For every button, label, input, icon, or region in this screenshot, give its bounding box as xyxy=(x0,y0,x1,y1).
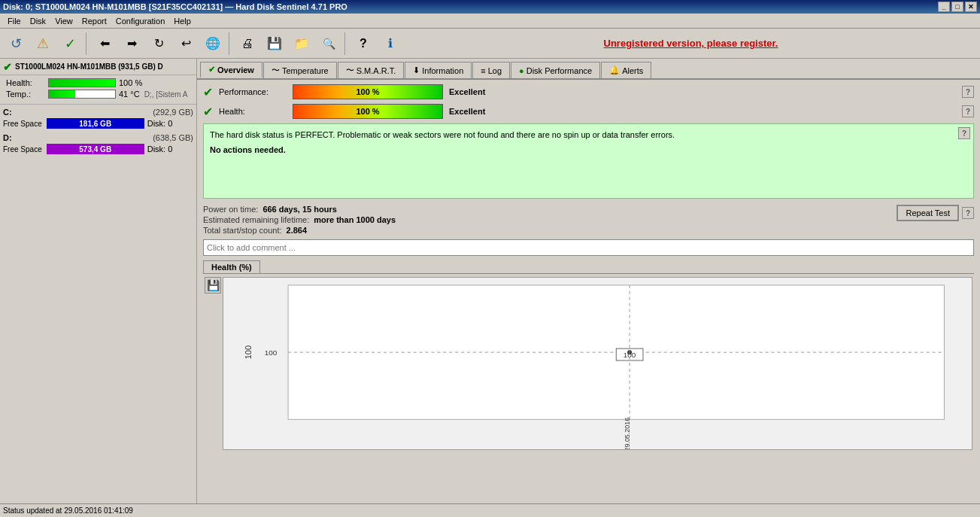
health-metric-bar-text: 100 % xyxy=(293,105,442,118)
right-panel: ✔ Overview 〜 Temperature 〜 S.M.A.R.T. ⬇ … xyxy=(197,59,980,503)
tabs-bar: ✔ Overview 〜 Temperature 〜 S.M.A.R.T. ⬇ … xyxy=(197,59,980,80)
alert-icon: ⚠ xyxy=(37,35,49,52)
main-layout: ✔ ST1000LM024 HN-M101MBB (931,5 GB) D He… xyxy=(0,59,980,503)
tab-temperature[interactable]: 〜 Temperature xyxy=(263,62,337,78)
repeat-test-button[interactable]: Repeat Test xyxy=(897,205,959,221)
start-stop-row: Total start/stop count: 2.864 xyxy=(203,226,396,235)
temp-value: 41 °C xyxy=(119,90,140,99)
toolbar-save[interactable]: 💾 xyxy=(262,31,287,56)
toolbar-forward[interactable]: ➡ xyxy=(119,31,144,56)
toolbar-alert[interactable]: ⚠ xyxy=(30,31,56,56)
tab-overview-label: Overview xyxy=(217,65,254,75)
power-on-value: 666 days, 15 hours xyxy=(262,205,336,214)
repeat-test-area: Repeat Test ? xyxy=(897,205,974,221)
disk-stats: Health: 100 % Temp.: 41 °C D;, [Sistem A xyxy=(0,75,196,105)
toolbar-reload[interactable]: ↻ xyxy=(146,31,171,56)
health-help-button[interactable]: ? xyxy=(962,105,974,117)
tab-log[interactable]: ≡ Log xyxy=(472,62,510,78)
drive-c-letter: C: xyxy=(3,108,12,117)
toolbar-help[interactable]: ? xyxy=(350,31,376,56)
tab-overview-icon: ✔ xyxy=(208,65,215,75)
search-icon: 🔍 xyxy=(323,38,335,50)
help-icon: ? xyxy=(360,37,367,50)
globe-icon: 🌐 xyxy=(205,36,220,50)
menu-help[interactable]: Help xyxy=(169,15,196,27)
tab-smart-label: S.M.A.R.T. xyxy=(357,66,396,75)
tab-alerts-icon: 🔔 xyxy=(609,65,620,75)
print-icon: 🖨 xyxy=(241,37,253,50)
back-icon: ⬅ xyxy=(100,36,110,50)
tab-log-label: Log xyxy=(488,66,502,75)
menu-disk[interactable]: Disk xyxy=(26,15,50,27)
menu-view[interactable]: View xyxy=(50,15,77,27)
menu-bar: File Disk View Report Configuration Help xyxy=(0,14,980,29)
title-bar: Disk: 0; ST1000LM024 HN-M101MBB [S21F35C… xyxy=(0,0,980,14)
status-help-button[interactable]: ? xyxy=(958,127,970,139)
separator-3 xyxy=(344,32,347,55)
performance-row: ✔ Performance: 100 % Excellent ? xyxy=(203,84,974,99)
separator-2 xyxy=(229,32,232,55)
performance-label: Performance: xyxy=(219,87,287,96)
drive-c-bar: 181,6 GB xyxy=(47,118,144,129)
checkmark-icon: ✓ xyxy=(65,35,76,52)
forward-icon: ➡ xyxy=(127,36,137,50)
chart-section: Health (%) 💾 100 xyxy=(203,260,974,450)
performance-help-button[interactable]: ? xyxy=(962,86,974,98)
toolbar-globe[interactable]: 🌐 xyxy=(200,31,226,56)
disk-name: ST1000LM024 HN-M101MBB (931,5 GB) D xyxy=(15,62,163,71)
toolbar-alert-area: Unregistered version, please register. xyxy=(405,38,977,49)
y-axis-label: 100 xyxy=(244,345,253,359)
toolbar-info[interactable]: ℹ xyxy=(378,31,403,56)
folder-icon: 📁 xyxy=(294,36,309,50)
tab-alerts[interactable]: 🔔 Alerts xyxy=(601,62,651,78)
health-row: Health: 100 % xyxy=(6,78,190,87)
status-bar-text: Status updated at 29.05.2016 01:41:09 xyxy=(3,506,133,515)
toolbar-back[interactable]: ⬅ xyxy=(92,31,117,56)
status-note: No actions needed. xyxy=(210,145,967,154)
tab-disk-performance[interactable]: ● Disk Performance xyxy=(511,62,600,78)
drive-c: C: (292,9 GB) Free Space 181,6 GB Disk: … xyxy=(3,108,193,129)
health-chart-svg: 100 100 100 29.05.2016 xyxy=(223,278,972,449)
title-buttons[interactable]: _ □ ✕ xyxy=(938,2,977,12)
toolbar-folder[interactable]: 📁 xyxy=(289,31,314,56)
tab-smart[interactable]: 〜 S.M.A.R.T. xyxy=(338,62,405,78)
chart-save-icon: 💾 xyxy=(207,279,220,291)
toolbar-print[interactable]: 🖨 xyxy=(235,31,260,56)
toolbar-refresh[interactable]: ↺ xyxy=(3,31,29,56)
drive-c-size: (292,9 GB) xyxy=(153,108,193,117)
separator-1 xyxy=(86,32,89,55)
reload-icon: ↻ xyxy=(154,36,164,50)
status-message: The hard disk status is PERFECT. Problem… xyxy=(210,130,967,139)
health-metric-status: Excellent xyxy=(449,107,485,116)
repeat-test-help-button[interactable]: ? xyxy=(962,207,974,219)
performance-check-icon: ✔ xyxy=(203,85,213,99)
chart-tab-health[interactable]: Health (%) xyxy=(203,260,260,273)
menu-configuration[interactable]: Configuration xyxy=(111,15,169,27)
chart-wrapper: 💾 100 100 xyxy=(203,277,974,450)
tab-information-label: Information xyxy=(422,66,463,75)
minimize-button[interactable]: _ xyxy=(938,2,950,12)
maximize-button[interactable]: □ xyxy=(951,2,963,12)
comment-input[interactable] xyxy=(203,239,974,256)
chart-container: 100 100 100 29.05.2016 xyxy=(223,277,972,450)
temp-label: Temp.: xyxy=(6,90,45,99)
close-button[interactable]: ✕ xyxy=(965,2,977,12)
menu-file[interactable]: File xyxy=(3,15,26,27)
drives-section: C: (292,9 GB) Free Space 181,6 GB Disk: … xyxy=(0,105,196,162)
health-bar xyxy=(48,78,116,87)
tab-overview[interactable]: ✔ Overview xyxy=(200,62,262,78)
tab-temperature-label: Temperature xyxy=(282,66,329,75)
toolbar-search[interactable]: 🔍 xyxy=(316,31,341,56)
y-axis-100: 100 xyxy=(265,348,278,357)
drive-d-disknum: Disk: 0 xyxy=(147,144,173,154)
tab-information[interactable]: ⬇ Information xyxy=(405,62,472,78)
status-bar: Status updated at 29.05.2016 01:41:09 xyxy=(0,503,980,517)
menu-report[interactable]: Report xyxy=(77,15,111,27)
toolbar-undo[interactable]: ↩ xyxy=(173,31,199,56)
undo-icon: ↩ xyxy=(181,36,191,50)
disk-header: ✔ ST1000LM024 HN-M101MBB (931,5 GB) D xyxy=(0,59,196,75)
toolbar-check[interactable]: ✓ xyxy=(57,31,83,56)
chart-save-button[interactable]: 💾 xyxy=(205,277,221,293)
drive-c-bar-row: Free Space 181,6 GB Disk: 0 xyxy=(3,118,193,129)
chart-x-label: 29.05.2016 xyxy=(623,418,631,449)
